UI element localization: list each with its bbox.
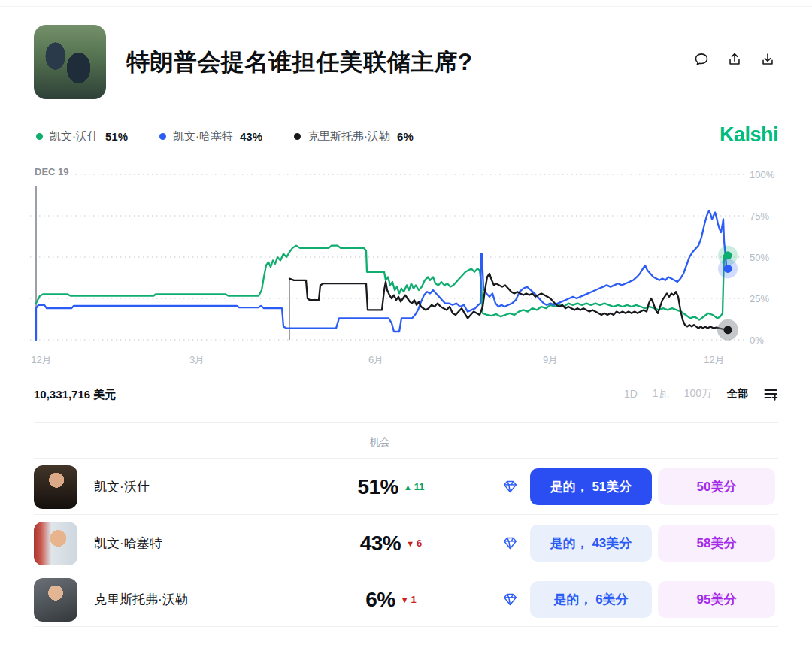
legend-name: 凯文·沃什 [50,129,98,144]
candidate-name: 克里斯托弗·沃勒 [94,571,188,628]
no-button[interactable]: 50美分 [658,468,775,505]
x-tick: 9月 [543,353,558,367]
odds-column-header: 机会 [331,435,429,449]
x-tick: 6月 [368,353,383,367]
chart-date-label: DEC 19 [35,166,74,177]
market-image [34,25,106,99]
comment-icon[interactable] [693,51,710,68]
legend-value: 6% [397,130,414,143]
range-all[interactable]: 全部 [727,387,748,401]
down-arrow-icon: ▼ [406,539,414,548]
chart-svg[interactable] [0,169,812,346]
legend-value: 43% [240,130,262,143]
table-row-hassett: 凯文·哈塞特 43% ▼6 是的， 43美分 58美分 [34,514,778,571]
gem-icon[interactable] [502,535,518,551]
gem-icon[interactable] [502,592,518,607]
share-icon[interactable] [726,51,743,68]
header-actions [693,51,776,68]
range-selector: 1D 1瓦 100万 全部 [624,386,778,401]
price-chart: DEC 19 100% 75% 50% 25% 0% [0,169,812,346]
y-tick-0: 0% [750,335,783,346]
change-badge: ▼1 [401,594,417,605]
table-top-divider [34,422,778,423]
range-1w[interactable]: 1瓦 [653,387,669,401]
odds-cell: 6% ▼1 [335,571,447,628]
chart-settings-icon[interactable] [763,386,778,401]
download-icon[interactable] [759,51,776,68]
x-tick: 12月 [31,353,51,367]
chart-legend: 凯文·沃什 51% 凯文·哈塞特 43% 克里斯托弗·沃勒 6% [36,129,414,144]
page-title: 特朗普会提名谁担任美联储主席? [126,47,472,78]
y-tick-75: 75% [750,210,783,222]
table-row-waller: 克里斯托弗·沃勒 6% ▼1 是的， 6美分 95美分 [34,571,778,627]
range-1d[interactable]: 1D [624,388,638,400]
candidate-name: 凯文·哈塞特 [94,515,162,571]
range-1m[interactable]: 100万 [684,387,712,401]
legend-dot-green [36,133,43,140]
legend-dot-blue [159,133,166,140]
volume-total: 10,331,716 美元 [34,388,116,402]
odds-cell: 43% ▼6 [335,515,447,571]
legend-dot-black [294,133,301,140]
y-tick-100: 100% [750,169,783,180]
kalshi-logo: Kalshi [720,123,778,147]
change-badge: ▼6 [406,538,422,549]
candidate-name: 凯文·沃什 [94,459,150,515]
probability-value: 6% [365,588,395,612]
yes-button[interactable]: 是的， 51美分 [530,468,652,505]
legend-name: 凯文·哈塞特 [173,129,233,144]
x-tick: 12月 [704,353,724,367]
probability-value: 43% [360,531,401,556]
legend-item-waller[interactable]: 克里斯托弗·沃勒 6% [294,129,414,144]
odds-cell: 51% ▲11 [335,459,447,515]
candidate-avatar [34,578,77,622]
x-axis: 12月 3月 6月 9月 12月 [0,353,812,365]
no-button[interactable]: 95美分 [658,581,775,618]
gem-icon[interactable] [502,479,518,495]
legend-name: 克里斯托弗·沃勒 [308,129,390,144]
x-tick: 3月 [189,353,205,367]
no-button[interactable]: 58美分 [658,525,775,562]
down-arrow-icon: ▼ [401,595,409,604]
table-row-warsh: 凯文·沃什 51% ▲11 是的， 51美分 50美分 [34,458,778,514]
change-badge: ▲11 [404,481,425,492]
y-tick-50: 50% [750,252,783,263]
y-tick-25: 25% [750,293,783,304]
market-page: 特朗普会提名谁担任美联储主席? 凯文·沃什 51% 凯文·哈塞特 43% 克里斯… [0,0,812,645]
yes-button[interactable]: 是的， 43美分 [530,525,652,562]
legend-item-warsh[interactable]: 凯文·沃什 51% [36,129,128,144]
legend-value: 51% [105,130,128,143]
probability-value: 51% [357,475,398,499]
top-divider [0,6,812,7]
up-arrow-icon: ▲ [404,483,412,492]
legend-item-hassett[interactable]: 凯文·哈塞特 43% [159,129,262,144]
candidate-avatar [34,465,77,509]
candidate-avatar [34,522,77,565]
yes-button[interactable]: 是的， 6美分 [530,581,652,618]
change-value: 6 [417,538,422,549]
change-value: 11 [414,481,425,492]
change-value: 1 [411,594,417,605]
